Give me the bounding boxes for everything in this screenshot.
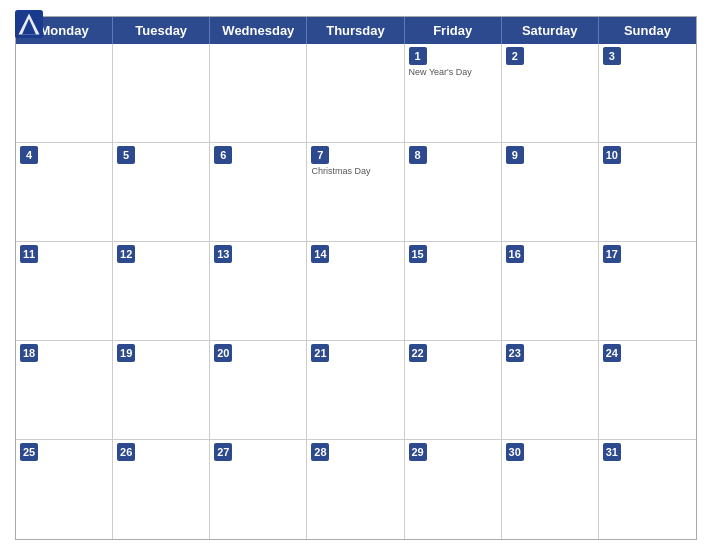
calendar-cell: 23 [502, 341, 599, 440]
cell-date-number: 13 [214, 245, 232, 263]
cell-holiday-label: New Year's Day [409, 67, 497, 78]
calendar-cell [16, 44, 113, 143]
week-row-5: 25262728293031 [16, 440, 696, 539]
calendar-cell: 12 [113, 242, 210, 341]
cell-date-number: 12 [117, 245, 135, 263]
calendar-cell: 16 [502, 242, 599, 341]
cell-date-number: 7 [311, 146, 329, 164]
weekday-header-sunday: Sunday [599, 17, 696, 44]
calendar-cell: 21 [307, 341, 404, 440]
calendar-body: 1New Year's Day234567Christmas Day891011… [16, 44, 696, 539]
cell-date-number: 21 [311, 344, 329, 362]
cell-date-number: 4 [20, 146, 38, 164]
week-row-1: 1New Year's Day23 [16, 44, 696, 143]
calendar-cell: 8 [405, 143, 502, 242]
calendar-cell: 24 [599, 341, 696, 440]
calendar-cell [307, 44, 404, 143]
cell-holiday-label: Christmas Day [311, 166, 399, 177]
weekday-header-friday: Friday [405, 17, 502, 44]
calendar-cell: 18 [16, 341, 113, 440]
cell-date-number: 22 [409, 344, 427, 362]
cell-date-number: 2 [506, 47, 524, 65]
calendar-page: MondayTuesdayWednesdayThursdayFridaySatu… [0, 0, 712, 550]
calendar-cell: 31 [599, 440, 696, 539]
calendar-cell: 1New Year's Day [405, 44, 502, 143]
calendar-cell: 30 [502, 440, 599, 539]
cell-date-number: 8 [409, 146, 427, 164]
calendar-cell: 7Christmas Day [307, 143, 404, 242]
cell-date-number: 6 [214, 146, 232, 164]
calendar-cell [113, 44, 210, 143]
cell-date-number: 24 [603, 344, 621, 362]
calendar-cell [210, 44, 307, 143]
week-row-3: 11121314151617 [16, 242, 696, 341]
calendar-cell: 19 [113, 341, 210, 440]
cell-date-number: 14 [311, 245, 329, 263]
calendar-cell: 29 [405, 440, 502, 539]
calendar-cell: 11 [16, 242, 113, 341]
cell-date-number: 23 [506, 344, 524, 362]
cell-date-number: 17 [603, 245, 621, 263]
cell-date-number: 19 [117, 344, 135, 362]
cell-date-number: 3 [603, 47, 621, 65]
cell-date-number: 28 [311, 443, 329, 461]
calendar-cell: 3 [599, 44, 696, 143]
cell-date-number: 25 [20, 443, 38, 461]
weekday-header-saturday: Saturday [502, 17, 599, 44]
cell-date-number: 29 [409, 443, 427, 461]
calendar-cell: 14 [307, 242, 404, 341]
cell-date-number: 11 [20, 245, 38, 263]
weekday-header-tuesday: Tuesday [113, 17, 210, 44]
calendar-cell: 22 [405, 341, 502, 440]
calendar-cell: 27 [210, 440, 307, 539]
cell-date-number: 15 [409, 245, 427, 263]
calendar-cell: 4 [16, 143, 113, 242]
calendar-cell: 28 [307, 440, 404, 539]
calendar-cell: 6 [210, 143, 307, 242]
logo-icon [15, 10, 43, 38]
weekday-header-thursday: Thursday [307, 17, 404, 44]
cell-date-number: 5 [117, 146, 135, 164]
calendar-cell: 26 [113, 440, 210, 539]
calendar-cell: 25 [16, 440, 113, 539]
week-row-4: 18192021222324 [16, 341, 696, 440]
cell-date-number: 31 [603, 443, 621, 461]
calendar-cell: 5 [113, 143, 210, 242]
calendar-cell: 20 [210, 341, 307, 440]
calendar-cell: 10 [599, 143, 696, 242]
calendar-cell: 2 [502, 44, 599, 143]
cell-date-number: 18 [20, 344, 38, 362]
logo [15, 10, 46, 38]
calendar-grid: MondayTuesdayWednesdayThursdayFridaySatu… [15, 16, 697, 540]
calendar-cell: 17 [599, 242, 696, 341]
cell-date-number: 30 [506, 443, 524, 461]
calendar-cell: 13 [210, 242, 307, 341]
week-row-2: 4567Christmas Day8910 [16, 143, 696, 242]
cell-date-number: 16 [506, 245, 524, 263]
cell-date-number: 27 [214, 443, 232, 461]
calendar-weekday-header: MondayTuesdayWednesdayThursdayFridaySatu… [16, 17, 696, 44]
calendar-cell: 15 [405, 242, 502, 341]
weekday-header-wednesday: Wednesday [210, 17, 307, 44]
calendar-cell: 9 [502, 143, 599, 242]
cell-date-number: 26 [117, 443, 135, 461]
cell-date-number: 10 [603, 146, 621, 164]
cell-date-number: 1 [409, 47, 427, 65]
cell-date-number: 20 [214, 344, 232, 362]
cell-date-number: 9 [506, 146, 524, 164]
